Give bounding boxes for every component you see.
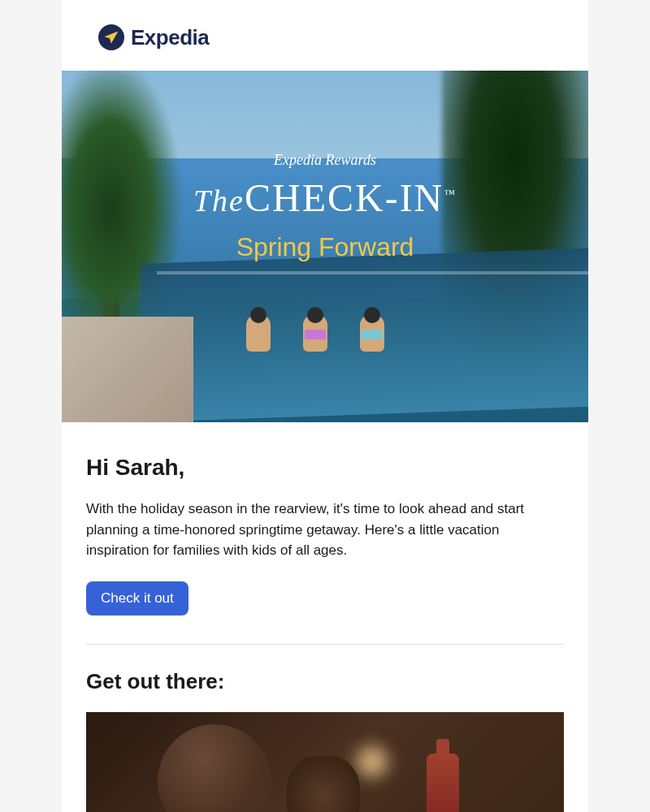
- article-bottle: [427, 754, 459, 812]
- hero-subtitle: Spring Forward: [62, 232, 588, 262]
- hero-pool-edge: [157, 271, 588, 274]
- intro-paragraph: With the holiday season in the rearview,…: [86, 499, 564, 561]
- divider: [86, 644, 564, 645]
- article-person: [158, 724, 271, 812]
- email-container: Expedia Expedia Rewards TheCHECK-IN™ Spr…: [62, 0, 588, 812]
- hero-trademark: ™: [444, 188, 457, 200]
- content-section: Hi Sarah, With the holiday season in the…: [62, 422, 588, 812]
- plane-icon: [98, 24, 124, 50]
- swimmer: [303, 315, 327, 352]
- article-child: [287, 756, 360, 812]
- hero-swimmers: [246, 315, 384, 352]
- brand-logo[interactable]: Expedia: [98, 24, 552, 50]
- brand-name: Expedia: [131, 25, 209, 50]
- hero-title-prefix: The: [193, 184, 245, 218]
- swimmer: [246, 315, 271, 352]
- article-hero-image[interactable]: [86, 712, 564, 813]
- section-title: Get out there:: [86, 669, 564, 694]
- hero-title: TheCHECK-IN™: [62, 175, 588, 220]
- hero-title-main: CHECK-IN: [245, 176, 444, 219]
- hero-rewards-label: Expedia Rewards: [62, 152, 588, 169]
- greeting: Hi Sarah,: [86, 455, 564, 481]
- swimmer: [360, 315, 384, 352]
- check-it-out-button[interactable]: Check it out: [86, 581, 188, 615]
- hero-image: Expedia Rewards TheCHECK-IN™ Spring Forw…: [62, 71, 588, 422]
- hero-terrace: [62, 317, 193, 422]
- hero-text-overlay: Expedia Rewards TheCHECK-IN™ Spring Forw…: [62, 152, 588, 262]
- header: Expedia: [62, 0, 588, 71]
